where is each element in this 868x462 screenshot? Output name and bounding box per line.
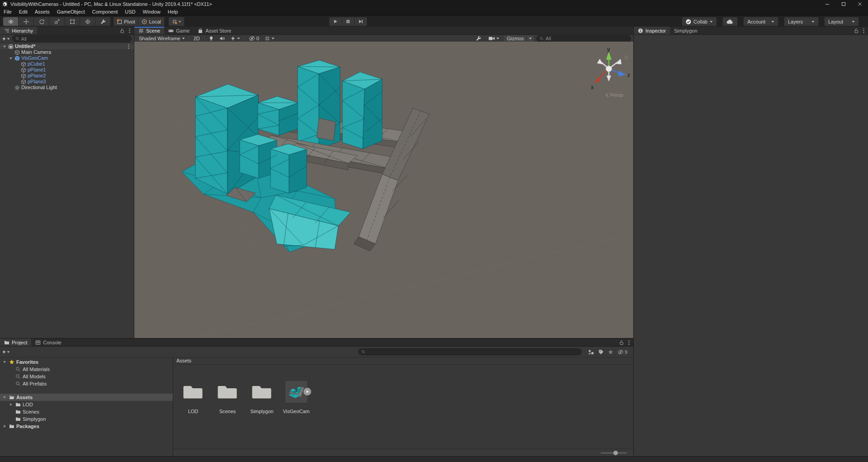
close-button[interactable]: [852, 0, 868, 8]
tab-hierarchy[interactable]: Hierarchy: [0, 27, 37, 34]
hierarchy-item-pplane3[interactable]: pPlane3: [0, 79, 134, 85]
menu-edit[interactable]: Edit: [15, 9, 31, 14]
expander[interactable]: [2, 359, 7, 365]
rect-tool-button[interactable]: [64, 17, 80, 26]
hierarchy-item-pplane1[interactable]: pPlane1: [0, 67, 134, 73]
expander[interactable]: [2, 44, 7, 49]
step-button[interactable]: [354, 17, 367, 26]
play-button[interactable]: [329, 17, 342, 26]
menu-window[interactable]: Window: [139, 9, 164, 14]
gizmo-z-cone[interactable]: [618, 71, 626, 76]
account-dropdown[interactable]: Account: [743, 17, 778, 26]
hierarchy-item-untitled[interactable]: Untitled*: [0, 43, 134, 49]
custom-tool-button[interactable]: [95, 17, 111, 26]
hierarchy-item-main-camera[interactable]: Main Camera: [0, 49, 134, 55]
tab-inspector[interactable]: Inspector: [634, 27, 670, 34]
search-by-type-icon[interactable]: [588, 349, 594, 355]
thumbnail-zoom-slider[interactable]: [601, 452, 627, 453]
project-tree-item-simplygon[interactable]: Simplygon: [0, 415, 173, 423]
scene-search-input[interactable]: All: [536, 35, 631, 42]
asset-lod[interactable]: LOD: [176, 381, 210, 414]
layers-dropdown[interactable]: Layers: [784, 17, 819, 26]
preview-play-button[interactable]: [304, 388, 311, 395]
hierarchy-item-directional-light[interactable]: Directional Light: [0, 85, 134, 90]
view-tool-button[interactable]: [3, 17, 18, 26]
gizmo-neg-cone[interactable]: [607, 76, 611, 81]
project-tree-item-all-prefabs[interactable]: All Prefabs: [0, 380, 173, 387]
collab-dropdown[interactable]: Collab: [682, 17, 717, 26]
create-button[interactable]: +: [2, 36, 10, 42]
move-tool-button[interactable]: [18, 17, 33, 26]
layout-dropdown[interactable]: Layout: [824, 17, 859, 26]
minimize-button[interactable]: [819, 0, 835, 8]
kebab-menu-icon[interactable]: [128, 28, 131, 33]
expander[interactable]: [8, 56, 13, 61]
gizmo-neg-cone[interactable]: [597, 59, 603, 64]
kebab-menu-icon[interactable]: [863, 28, 865, 33]
scale-tool-button[interactable]: [49, 17, 64, 26]
hierarchy-item-pplane2[interactable]: pPlane2: [0, 73, 134, 79]
pivot-toggle[interactable]: Pivot: [113, 17, 138, 26]
gizmo-y-cone[interactable]: [606, 52, 612, 60]
expander[interactable]: [2, 424, 7, 429]
menu-file[interactable]: File: [0, 9, 15, 14]
tab-game[interactable]: Game: [164, 27, 194, 34]
kebab-menu-icon[interactable]: [128, 44, 134, 49]
2d-toggle[interactable]: 2D: [191, 35, 202, 42]
transform-tool-button[interactable]: [80, 17, 95, 26]
hierarchy-search-input[interactable]: All: [12, 35, 132, 42]
effects-dropdown[interactable]: [228, 35, 242, 42]
audio-toggle[interactable]: [217, 35, 227, 42]
tab-simplygon[interactable]: Simplygon: [670, 27, 701, 34]
project-tree-item-packages[interactable]: Packages: [0, 423, 173, 430]
gizmo-lock-icon[interactable]: [624, 54, 629, 60]
axis-orientation-gizmo[interactable]: y z x: [586, 47, 631, 92]
project-search-input[interactable]: [358, 348, 582, 355]
lighting-toggle[interactable]: [206, 35, 216, 42]
draw-mode-dropdown[interactable]: Shaded Wireframe: [137, 35, 187, 42]
project-create-button[interactable]: +: [2, 349, 10, 355]
rotate-tool-button[interactable]: [33, 17, 49, 26]
grid-snap-button[interactable]: [168, 17, 185, 26]
project-tree-item-all-models[interactable]: All Models: [0, 373, 173, 380]
pause-button[interactable]: [342, 17, 354, 26]
asset-scenes[interactable]: Scenes: [210, 381, 245, 414]
cloud-button[interactable]: [722, 17, 738, 26]
scene-camera-dropdown[interactable]: [486, 35, 502, 42]
search-by-label-icon[interactable]: [598, 349, 604, 355]
grid-visual-dropdown[interactable]: [262, 35, 277, 42]
hierarchy-item-pcube1[interactable]: pCube1: [0, 61, 134, 67]
project-tree-item-scenes[interactable]: Scenes: [0, 408, 173, 415]
tab-project[interactable]: Project: [0, 338, 31, 346]
lock-open-icon[interactable]: [119, 28, 125, 33]
asset-visgeocam[interactable]: VisGeoCam: [279, 381, 313, 414]
menu-gameobject[interactable]: GameObject: [53, 9, 89, 14]
maximize-button[interactable]: [835, 0, 852, 8]
scene-tools-button[interactable]: [474, 35, 484, 42]
tab-asset-store[interactable]: Asset Store: [194, 27, 235, 34]
tab-scene[interactable]: Scene: [134, 27, 164, 34]
hidden-objects-toggle[interactable]: 0: [247, 35, 261, 42]
lock-open-icon[interactable]: [854, 28, 859, 33]
menu-assets[interactable]: Assets: [31, 9, 53, 14]
gizmos-dropdown[interactable]: Gizmos: [504, 35, 534, 42]
zoom-slider-handle[interactable]: [613, 451, 618, 455]
project-tree-item-all-materials[interactable]: All Materials: [0, 366, 173, 373]
project-tree-item-lod[interactable]: LOD: [0, 401, 173, 408]
lock-open-icon[interactable]: [619, 340, 624, 345]
menu-usd[interactable]: USD: [121, 9, 139, 14]
scene-viewport[interactable]: y z x Persp: [134, 42, 633, 338]
eye-off-icon[interactable]: [617, 349, 624, 355]
hierarchy-item-visgeocam[interactable]: VisGeoCam: [0, 55, 134, 61]
asset-simplygon[interactable]: Simplygon: [245, 381, 279, 414]
projection-toggle[interactable]: Persp: [605, 92, 623, 98]
menu-component[interactable]: Component: [88, 9, 121, 14]
kebab-menu-icon[interactable]: [628, 340, 630, 345]
gizmo-center-cube[interactable]: [606, 66, 612, 72]
expander[interactable]: [8, 402, 14, 407]
menu-help[interactable]: Help: [164, 9, 182, 14]
local-toggle[interactable]: Local: [138, 17, 164, 26]
gizmo-neg-cone[interactable]: [615, 59, 621, 64]
project-tree-item-assets[interactable]: Assets: [0, 394, 173, 401]
expander[interactable]: [2, 395, 7, 400]
